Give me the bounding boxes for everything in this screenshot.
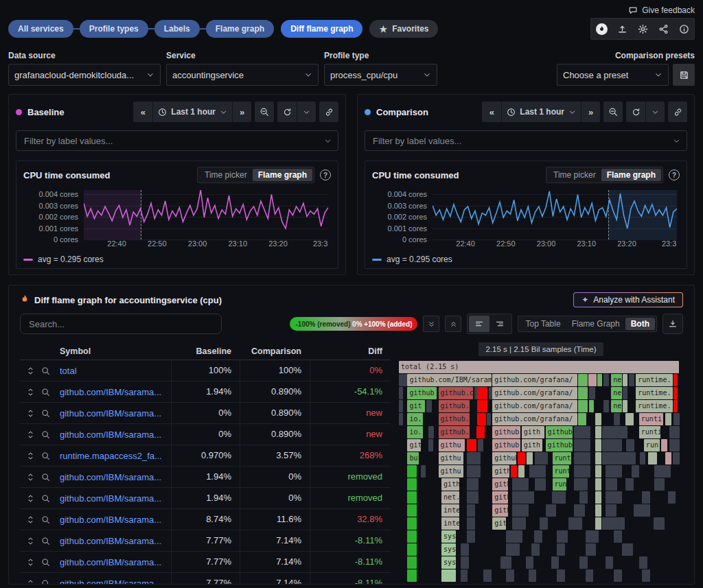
flame-frame-unlabeled[interactable] — [661, 439, 667, 451]
time-shift-back-button[interactable]: « — [482, 102, 501, 122]
flame-frame-unlabeled[interactable] — [595, 491, 601, 504]
flame-frame-unlabeled[interactable] — [407, 478, 417, 491]
flame-frame-unlabeled[interactable] — [403, 374, 407, 386]
flame-frame-unlabeled[interactable] — [477, 400, 487, 412]
flame-frame[interactable]: net. — [441, 491, 459, 504]
flame-frame-unlabeled[interactable] — [407, 543, 417, 556]
flame-frame-unlabeled[interactable] — [506, 543, 520, 556]
flame-frame-unlabeled[interactable] — [629, 374, 634, 386]
flame-frame[interactable]: github.com/IBM/saram — [407, 374, 492, 386]
flame-frame[interactable]: sys — [441, 543, 456, 556]
flame-frame-unlabeled[interactable] — [595, 439, 601, 451]
flame-frame[interactable]: git — [492, 517, 506, 530]
flame-frame-unlabeled[interactable] — [673, 374, 678, 386]
flame-frame[interactable]: github.c — [439, 426, 470, 438]
table-row[interactable]: total100%100%0% — [20, 360, 391, 381]
flame-frame-unlabeled[interactable] — [602, 517, 624, 530]
expand-all-button[interactable] — [445, 316, 461, 332]
flame-frame[interactable]: runt — [553, 452, 571, 464]
search-symbol-icon[interactable] — [41, 388, 50, 397]
table-row[interactable]: github.com/IBM/sarama...7.77%7.14%-8.11% — [20, 552, 391, 573]
search-symbol-icon[interactable] — [41, 409, 50, 418]
flame-frame-unlabeled[interactable] — [648, 452, 656, 464]
flame-frame-unlabeled[interactable] — [421, 465, 426, 478]
flame-frame-unlabeled[interactable] — [669, 426, 680, 438]
flame-frame-unlabeled[interactable] — [622, 543, 633, 556]
flame-frame[interactable]: github.com/grafana/ — [492, 400, 577, 412]
expand-collapse-icon[interactable] — [26, 494, 35, 503]
flame-frame-unlabeled[interactable] — [527, 452, 533, 464]
flame-frame[interactable]: net — [611, 387, 621, 399]
flame-frame-unlabeled[interactable] — [579, 556, 588, 569]
flame-frame-unlabeled[interactable] — [623, 387, 627, 399]
expand-collapse-icon[interactable] — [26, 409, 35, 418]
align-right-button[interactable] — [489, 316, 510, 332]
symbol-link[interactable]: github.com/IBM/sarama... — [60, 472, 171, 482]
flame-frame-unlabeled[interactable] — [614, 569, 622, 582]
flame-frame-unlabeled[interactable] — [534, 530, 542, 543]
flame-frame[interactable]: run — [644, 439, 660, 451]
refresh-interval-button[interactable] — [645, 102, 665, 122]
flame-frame-unlabeled[interactable] — [642, 569, 650, 582]
flame-frame-unlabeled[interactable] — [461, 569, 468, 582]
flame-graph-toggle[interactable]: Flame graph — [601, 169, 661, 181]
time-range-picker[interactable]: Last 1 hour — [501, 102, 581, 122]
flame-graph[interactable]: total (2.15 s)github.com/IBM/saramgithub… — [399, 361, 683, 583]
analyze-with-assistant-button[interactable]: ✦ Analyze with Assistant — [573, 292, 683, 307]
flame-frame[interactable]: gith — [492, 491, 507, 504]
flame-frame[interactable]: runt — [553, 465, 570, 478]
flame-frame-unlabeled[interactable] — [625, 478, 634, 491]
flame-frame-unlabeled[interactable] — [441, 569, 456, 582]
flame-frame[interactable]: githu — [439, 465, 463, 478]
baseline-chart[interactable]: 0.004 cores0.003 cores0.002 cores0.001 c… — [23, 189, 331, 239]
expand-collapse-icon[interactable] — [26, 430, 35, 439]
flame-frame[interactable]: github.com/grafana/ — [492, 413, 577, 425]
flame-frame-unlabeled[interactable] — [407, 530, 417, 543]
flame-frame[interactable]: github.c — [439, 400, 470, 412]
time-picker-toggle[interactable]: Time picker — [199, 169, 253, 181]
table-row[interactable]: github.com/IBM/sarama...1.94%0%removed — [20, 467, 391, 488]
search-symbol-icon[interactable] — [41, 579, 50, 585]
symbol-link[interactable]: runtime.mapaccess2_fa... — [60, 451, 171, 461]
time-picker-toggle[interactable]: Time picker — [548, 169, 601, 181]
flame-frame-unlabeled[interactable] — [467, 504, 475, 517]
tab-profile-types[interactable]: Profile types — [80, 20, 148, 38]
expand-collapse-icon[interactable] — [26, 366, 35, 375]
flame-frame[interactable]: gith — [522, 426, 544, 438]
flame-frame[interactable]: gith — [492, 504, 507, 517]
flame-frame-unlabeled[interactable] — [654, 517, 665, 530]
search-symbol-icon[interactable] — [41, 494, 50, 503]
flame-frame[interactable]: git — [407, 439, 420, 451]
comparison-label-filter-input[interactable] — [371, 135, 673, 147]
flame-frame-unlabeled[interactable] — [477, 413, 485, 425]
flame-frame-unlabeled[interactable] — [579, 491, 588, 504]
flame-frame-unlabeled[interactable] — [606, 504, 616, 517]
flame-frame-unlabeled[interactable] — [586, 543, 597, 556]
collapse-all-button[interactable] — [423, 316, 439, 332]
flame-frame[interactable]: gith — [492, 465, 509, 478]
time-shift-forward-button[interactable]: » — [581, 102, 600, 122]
flame-frame-unlabeled[interactable] — [589, 400, 594, 412]
time-shift-back-button[interactable]: « — [133, 102, 152, 122]
flame-frame-unlabeled[interactable] — [623, 374, 627, 386]
flame-frame-unlabeled[interactable] — [467, 478, 479, 491]
flame-frame-unlabeled[interactable] — [467, 465, 481, 478]
flame-frame[interactable]: github.com/grafana/ — [492, 374, 577, 386]
flame-frame-unlabeled[interactable] — [467, 452, 481, 464]
flame-frame-unlabeled[interactable] — [568, 517, 582, 530]
flame-frame-unlabeled[interactable] — [478, 439, 483, 451]
flame-frame-unlabeled[interactable] — [487, 413, 491, 425]
service-select[interactable]: accountingservice — [166, 64, 319, 86]
flame-frame[interactable]: runti — [639, 426, 660, 438]
symbol-link[interactable]: github.com/IBM/sarama... — [60, 515, 171, 525]
table-row[interactable]: github.com/IBM/sarama...7.77%7.14%-8.11% — [20, 573, 391, 585]
flame-frame-unlabeled[interactable] — [665, 452, 671, 464]
flame-frame-unlabeled[interactable] — [546, 504, 557, 517]
flame-frame[interactable]: total (2.15 s) — [399, 361, 679, 373]
flame-frame[interactable]: gith — [522, 439, 543, 451]
flame-frame-unlabeled[interactable] — [506, 530, 522, 543]
flame-frame-unlabeled[interactable] — [574, 504, 585, 517]
flame-frame-unlabeled[interactable] — [574, 465, 590, 478]
flame-frame-unlabeled[interactable] — [602, 439, 621, 451]
flame-frame-unlabeled[interactable] — [557, 569, 565, 582]
